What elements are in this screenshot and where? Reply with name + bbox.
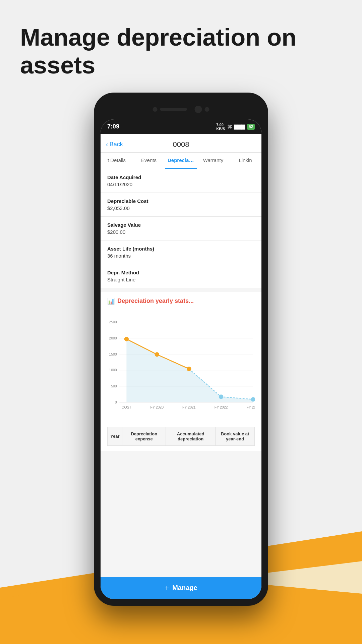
chart-dot-cost — [124, 337, 129, 341]
svg-text:2000: 2000 — [109, 336, 117, 340]
status-time: 7:09 — [107, 123, 119, 130]
phone-body: 7:09 7.00KB/S ⌘ ▇▇▇ 52 ‹ Back 0008 — [94, 93, 268, 606]
table-header-expense: Depreciation expense — [122, 427, 166, 445]
depr-method-label: Depr. Method — [107, 270, 255, 275]
depreciable-cost-row: Depreciable Cost $2,053.00 — [101, 193, 261, 217]
stats-title: 📊 Depreciation yearly stats... — [107, 298, 255, 305]
svg-text:FY 2020: FY 2020 — [150, 405, 164, 409]
phone-sensors — [153, 106, 209, 113]
salvage-value-row: Salvage Value $200.00 — [101, 217, 261, 240]
sensor-dot-left — [153, 107, 158, 112]
chart-dot-fy2020 — [155, 352, 159, 357]
svg-text:COST: COST — [122, 405, 132, 409]
sensor-dot-right — [205, 107, 209, 112]
plus-icon: + — [165, 584, 169, 592]
table-header-bookvalue: Book value at year-end — [216, 427, 255, 445]
salvage-value-value: $200.00 — [107, 229, 255, 235]
asset-life-row: Asset Life (months) 36 months — [101, 240, 261, 264]
depreciation-chart: 2500 2000 1500 1000 500 0 — [107, 310, 255, 424]
depr-method-row: Depr. Method Straight Line — [101, 264, 261, 288]
svg-text:0: 0 — [115, 400, 117, 404]
depreciable-cost-label: Depreciable Cost — [107, 198, 255, 204]
asset-life-label: Asset Life (months) — [107, 246, 255, 252]
info-card: Date Acquired 04/11/2020 Depreciable Cos… — [101, 169, 261, 288]
date-acquired-label: Date Acquired — [107, 174, 255, 180]
page-title: Manage depreciation on assets — [0, 0, 362, 93]
svg-text:FY 2022: FY 2022 — [215, 405, 228, 409]
front-camera — [195, 106, 202, 113]
wifi-icon: ⌘ — [227, 124, 232, 129]
chart-dot-fy2022 — [219, 394, 223, 399]
phone-screen: 7:09 7.00KB/S ⌘ ▇▇▇ 52 ‹ Back 0008 — [101, 119, 261, 599]
svg-text:FY 2021: FY 2021 — [182, 405, 196, 409]
asset-life-value: 36 months — [107, 253, 255, 259]
svg-text:1000: 1000 — [109, 368, 117, 372]
svg-text:1500: 1500 — [109, 352, 117, 356]
chart-svg: 2500 2000 1500 1000 500 0 — [107, 310, 255, 424]
depr-method-value: Straight Line — [107, 277, 255, 282]
back-button[interactable]: ‹ Back — [106, 141, 123, 148]
depreciation-table: Year Depreciation expense Accumulated de… — [107, 427, 255, 446]
tab-depreciation[interactable]: Depreciation — [165, 153, 197, 169]
screen-content[interactable]: Date Acquired 04/11/2020 Depreciable Cos… — [101, 169, 261, 577]
svg-text:2500: 2500 — [109, 320, 117, 324]
stats-title-text: Depreciation yearly stats... — [117, 298, 194, 305]
stats-section: 📊 Depreciation yearly stats... 2500 2000… — [101, 292, 261, 451]
signal-icon: ▇▇▇ — [234, 124, 245, 129]
chart-dot-fy2021 — [187, 367, 191, 371]
manage-button[interactable]: + Manage — [101, 577, 261, 599]
phone-mockup: 7:09 7.00KB/S ⌘ ▇▇▇ 52 ‹ Back 0008 — [0, 93, 362, 606]
table-header-accumulated: Accumulated depreciation — [166, 427, 216, 445]
app-header: ‹ Back 0008 — [101, 134, 261, 153]
bluetooth-icon — [213, 124, 214, 129]
data-speed: 7.00KB/S — [216, 123, 225, 131]
date-acquired-value: 04/11/2020 — [107, 181, 255, 187]
table-header-year: Year — [108, 427, 122, 445]
svg-text:500: 500 — [111, 384, 117, 388]
status-bar: 7:09 7.00KB/S ⌘ ▇▇▇ 52 — [101, 119, 261, 134]
depreciable-cost-value: $2,053.00 — [107, 205, 255, 211]
tab-linking[interactable]: Linkin — [229, 153, 261, 169]
manage-label: Manage — [172, 584, 197, 592]
tab-details[interactable]: t Details — [101, 153, 133, 169]
phone-top-bar — [101, 99, 261, 119]
chart-bar-icon: 📊 — [107, 298, 115, 305]
battery-indicator: 52 — [247, 124, 255, 130]
salvage-value-label: Salvage Value — [107, 222, 255, 228]
svg-text:FY 2023: FY 2023 — [246, 405, 255, 409]
tab-events[interactable]: Events — [133, 153, 165, 169]
sensor-bar — [160, 108, 187, 111]
tab-bar: t Details Events Depreciation Warranty L… — [101, 153, 261, 169]
status-icons: 7.00KB/S ⌘ ▇▇▇ 52 — [213, 123, 255, 131]
back-label: Back — [110, 141, 123, 148]
back-chevron-icon: ‹ — [106, 141, 108, 148]
tab-warranty[interactable]: Warranty — [197, 153, 229, 169]
asset-id: 0008 — [173, 140, 189, 149]
date-acquired-row: Date Acquired 04/11/2020 — [101, 169, 261, 193]
